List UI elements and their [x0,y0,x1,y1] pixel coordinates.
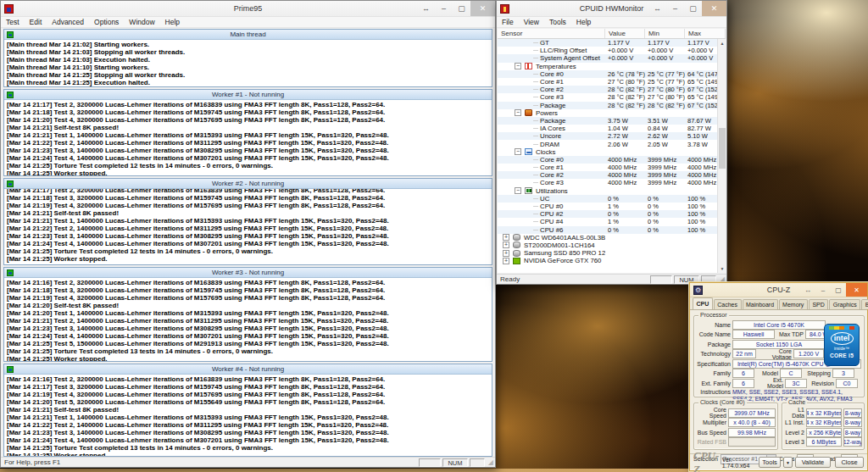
menu-advanced[interactable]: Advanced [47,18,89,26]
menu-help[interactable]: Help [160,18,185,26]
sensor-group-row[interactable]: −Temperatures [498,63,726,70]
sensor-row[interactable]: Core #04000 MHz3999 MHz4000 MHz [498,156,726,164]
worker-log[interactable]: [Mar 14 21:16] Test 2, 3200000 Lucas-Leh… [4,278,492,362]
sensor-group-row[interactable]: −Clocks [498,148,726,156]
device-row[interactable]: +NVIDIA GeForce GTX 760 [498,257,726,264]
sensor-row[interactable]: LLC/Ring Offset+0.000 V+0.000 V+0.000 V [498,47,726,54]
sensor-row[interactable]: Uncore2.72 W2.62 W5.10 W [498,132,726,140]
pin-icon[interactable]: ↔ [648,1,666,16]
maximize-button[interactable]: ▢ [453,1,470,16]
sensor-value: 0 % [605,195,645,203]
sensor-row[interactable]: GT1.177 V1.177 V1.177 V [498,39,726,47]
sensor-row[interactable]: CPU #01 %0 %100 % [498,203,726,210]
sensor-row[interactable]: System Agent Offset+0.000 V+0.000 V+0.00… [498,54,726,62]
sensor-row[interactable]: Core #14000 MHz3999 MHz4000 MHz [498,164,726,171]
menu-edit[interactable]: Edit [25,18,47,26]
validate-button[interactable]: Validate [795,457,831,468]
tab-mainboard[interactable]: Mainboard [743,299,778,309]
menu-tools[interactable]: Tools [544,18,571,26]
sensor-row[interactable]: Core #026 °C (78 °F)25 °C (77 °F)64 °C (… [498,70,726,78]
sensor-row[interactable]: DRAM2.06 W2.05 W3.78 W [498,140,726,147]
collapse-box-icon[interactable]: − [515,109,521,116]
sensor-row[interactable]: Package28 °C (82 °F)28 °C (82 °F)67 °C (… [498,102,726,109]
worker-log[interactable]: [Main thread Mar 14 21:02] Starting work… [4,40,492,86]
sensor-row[interactable]: Core #328 °C (82 °F)27 °C (80 °F)65 °C (… [498,93,726,101]
sensor-row[interactable]: UC0 %0 %100 % [498,195,726,203]
vertical-scrollbar[interactable]: ▲ ▼ [717,39,726,273]
tab-cpu[interactable]: CPU [693,297,713,309]
scrollbar-thumb[interactable] [719,128,726,169]
l3-field: 6 MBytes [806,437,842,447]
sensor-row[interactable]: IA Cores1.04 W0.84 W82.77 W [498,125,726,132]
device-row[interactable]: +WDC WD6401AALS-00L3B2 [498,234,726,242]
sensor-label: DRAM [540,141,559,148]
minimize-button[interactable]: – [666,1,684,16]
cpuz-titlebar[interactable]: ⚙ CPU-Z ↔ – ▢ ✕ [690,283,867,297]
hwmonitor-titlebar[interactable]: CPUID HWMonitor ↔ – ▢ ✕ [497,1,726,17]
tab-caches[interactable]: Caches [714,299,742,309]
worker-pane-header[interactable]: Worker #2 - Not running [4,179,492,189]
menu-options[interactable]: Options [89,18,124,26]
sensor-label: UC [540,195,549,203]
scroll-down-icon[interactable]: ▼ [718,264,726,273]
collapse-box-icon[interactable]: − [515,63,521,69]
tab-memory[interactable]: Memory [779,299,808,309]
sensor-row[interactable]: CPU #60 %0 %100 % [498,226,726,234]
expand-box-icon[interactable]: + [503,258,509,264]
worker-log[interactable]: [Mar 14 21:17] Test 2, 3200000 Lucas-Leh… [4,100,492,176]
sensor-row[interactable]: Core #127 °C (80 °F)25 °C (77 °F)65 °C (… [498,78,726,86]
collapse-box-icon[interactable]: − [515,187,521,194]
minimize-button[interactable]: – [815,283,831,297]
worker-log[interactable]: [Mar 14 21:17] Test 2, 3200000 Lucas-Leh… [4,189,492,263]
sensor-group-row[interactable]: −Utilizations [498,187,726,195]
expand-box-icon[interactable]: + [503,242,509,248]
menu-test[interactable]: Test [1,18,25,26]
device-row[interactable]: +Samsung SSD 850 PRO 128GB [498,249,726,257]
worker-log[interactable]: [Mar 14 21:16] Test 2, 3200000 Lucas-Leh… [4,375,492,457]
maximize-button[interactable]: ▢ [684,1,702,16]
worker-pane-title: Main thread [4,31,492,38]
minimize-button[interactable]: – [435,1,453,16]
worker-pane-header[interactable]: Main thread [4,30,492,40]
menu-help[interactable]: Help [571,18,596,26]
scroll-up-icon[interactable]: ▲ [718,39,726,47]
prime95-titlebar[interactable]: Prime95 ↔ – ▢ ✕ [1,1,495,17]
tab-spd[interactable]: SPD [809,299,828,309]
menu-window[interactable]: Window [124,18,159,26]
device-row[interactable]: +ST2000DM001-1CH164 [498,242,726,249]
expand-box-icon[interactable]: + [503,250,509,257]
sensor-row[interactable]: Core #24000 MHz3999 MHz4000 MHz [498,171,726,179]
resize-grip-icon[interactable]: ◢ [485,458,493,467]
sensor-row[interactable]: CPU #20 %0 %100 % [498,210,726,218]
worker-pane-header[interactable]: Worker #3 - Not running [4,268,492,278]
sensor-row[interactable]: Core #228 °C (82 °F)27 °C (80 °F)67 °C (… [498,86,726,93]
collapse-box-icon[interactable]: − [515,148,521,155]
close-dialog-button[interactable]: Close [835,457,864,468]
menu-file[interactable]: File [497,18,519,26]
close-button[interactable]: ✕ [470,1,495,16]
tools-button[interactable]: Tools [759,457,781,468]
column-value[interactable]: Value [605,29,645,38]
pin-icon[interactable]: ↔ [417,1,435,16]
tab-graphics[interactable]: Graphics [829,299,860,309]
column-max[interactable]: Max [685,29,726,38]
sensor-label: Core #3 [540,93,564,101]
sensor-value: 4000 MHz [605,171,645,179]
sensor-row[interactable]: Core #34000 MHz3999 MHz4000 MHz [498,179,726,186]
pin-icon[interactable]: ↔ [800,283,815,297]
sensor-group-row[interactable]: −Powers [498,109,726,117]
tab-bench[interactable]: Bench [861,299,868,309]
worker-pane-header[interactable]: Worker #1 - Not running [4,90,492,100]
sensor-label: ST2000DM001-1CH164 [524,242,595,249]
maximize-button[interactable]: ▢ [831,283,846,297]
close-button[interactable]: ✕ [702,1,726,16]
tools-dropdown-icon[interactable]: ▼ [783,457,793,468]
close-button[interactable]: ✕ [846,283,867,297]
menu-view[interactable]: View [519,18,544,26]
expand-box-icon[interactable]: + [503,234,509,241]
worker-pane-header[interactable]: Worker #4 - Not running [4,364,492,375]
sensor-row[interactable]: CPU #41 %0 %100 % [498,218,726,225]
sensor-row[interactable]: Package3.75 W3.51 W87.67 W [498,117,726,125]
column-min[interactable]: Min [645,29,685,38]
column-sensor[interactable]: Sensor [498,29,605,38]
